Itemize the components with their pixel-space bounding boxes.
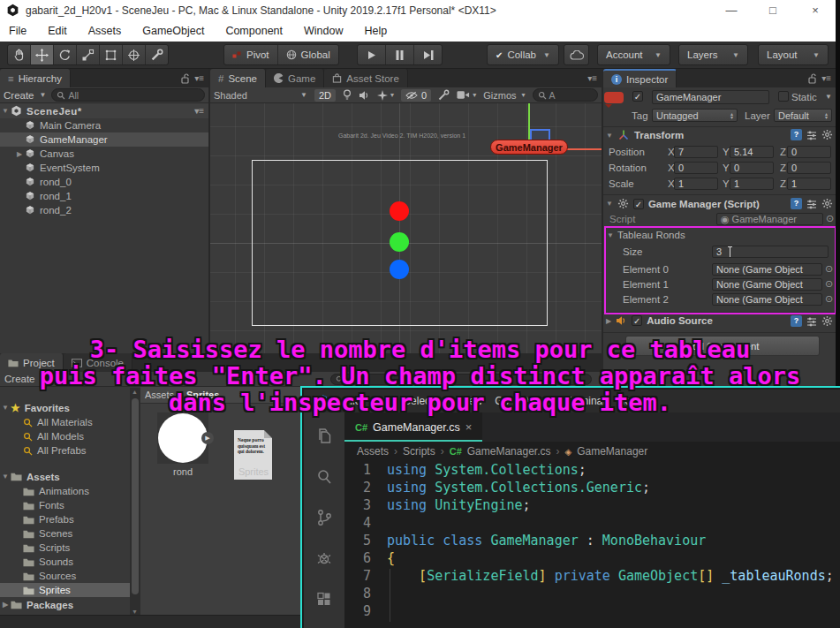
asset-label[interactable]: rond (157, 466, 208, 477)
pause-button[interactable] (386, 45, 414, 64)
close-tab-icon[interactable]: × (465, 420, 473, 434)
crumb-class[interactable]: GameManager (577, 445, 647, 458)
layer-dropdown[interactable]: Default▴▾ (774, 109, 832, 122)
component-tools-button[interactable] (438, 89, 450, 101)
hierarchy-item-eventsystem[interactable]: EventSystem (0, 161, 208, 175)
play-button[interactable] (358, 45, 386, 64)
folder-sprites[interactable]: Sprites (0, 583, 130, 597)
layout-dropdown[interactable]: Layout ▼ (758, 44, 829, 65)
presets-icon[interactable] (806, 316, 817, 327)
scale-z-field[interactable]: 1 (787, 178, 831, 190)
active-checkbox[interactable]: ✓ (632, 91, 643, 102)
2d-toggle[interactable]: 2D (314, 89, 336, 102)
panel-menu-icon[interactable]: ▾≡ (194, 106, 204, 116)
scale-x-field[interactable]: 1 (674, 178, 718, 190)
code-editor[interactable]: 1using System.Collections; 2using System… (344, 461, 840, 628)
menu-edit[interactable]: Edit (48, 25, 67, 37)
tab-inspector[interactable]: i Inspector (603, 69, 677, 87)
rect-tool-button[interactable] (100, 45, 123, 64)
static-dropdown-arrow[interactable]: ▼ (825, 93, 832, 101)
foldout-open-icon[interactable]: ▼ (0, 473, 11, 480)
scale-tool-button[interactable] (77, 45, 100, 64)
camera-settings-dropdown[interactable]: ▾ (457, 90, 476, 100)
audio-source-header[interactable]: ▶ ✓ Audio Source (606, 315, 713, 326)
folder-fonts[interactable]: Fonts (0, 498, 130, 512)
folder-sounds[interactable]: Sounds (0, 555, 130, 569)
tab-console[interactable]: Console (64, 353, 132, 372)
folder-sources[interactable]: Sources (0, 569, 130, 583)
script-component-header[interactable]: ▼ ✓ Game Manager (Script) (606, 198, 760, 209)
gizmos-dropdown[interactable]: Gizmos▾ (483, 90, 525, 101)
scroll-down-icon[interactable]: ▼ (132, 609, 138, 615)
transform-header[interactable]: ▼ Transform (606, 129, 684, 141)
menu-component[interactable]: Component (225, 25, 283, 37)
folder-scenes[interactable]: Scenes (0, 526, 130, 541)
hierarchy-create-button[interactable]: Create▼ (4, 90, 46, 101)
hierarchy-item-main-camera[interactable]: Main Camera (0, 118, 208, 132)
add-component-button[interactable]: Add Component (625, 336, 820, 356)
asset-label[interactable]: Sprites (228, 466, 279, 477)
vscode-menu-terminal[interactable]: Terminal (565, 395, 605, 407)
presets-icon[interactable] (806, 199, 817, 209)
scale-y-field[interactable]: 1 (730, 178, 774, 190)
foldout-open-icon[interactable]: ▼ (606, 132, 613, 140)
hierarchy-item-rond-1[interactable]: rond_1 (0, 189, 208, 203)
debug-icon[interactable] (314, 549, 334, 568)
menu-assets[interactable]: Assets (88, 25, 122, 37)
static-checkbox[interactable] (778, 91, 789, 102)
rotation-x-field[interactable]: 0 (674, 162, 718, 174)
favorite-all-prefabs[interactable]: All Prefabs (0, 443, 130, 458)
custom-tool-button[interactable] (146, 45, 168, 64)
folder-animations[interactable]: Animations (0, 484, 130, 498)
folder-prefabs[interactable]: Prefabs (0, 512, 130, 526)
panel-menu-icon[interactable]: ▾≡ (821, 73, 831, 83)
rotation-z-field[interactable]: 0 (787, 162, 831, 174)
script-field[interactable]: ◉ GameManager (716, 213, 823, 225)
menu-gameobject[interactable]: GameObject (142, 25, 204, 37)
lighting-toggle[interactable] (343, 89, 352, 101)
tab-game[interactable]: Game (266, 69, 324, 87)
red-circle-sprite[interactable] (390, 201, 409, 221)
hierarchy-item-canvas[interactable]: ▶ Canvas (0, 147, 208, 161)
component-enabled-checkbox[interactable]: ✓ (632, 315, 642, 326)
menu-window[interactable]: Window (304, 25, 343, 37)
position-x-field[interactable]: 7 (674, 146, 718, 158)
scene-viewport[interactable]: Gabarit 2d. Jeu Video 2. TIM H2020, vers… (210, 103, 602, 353)
gear-icon[interactable] (821, 198, 833, 209)
maximize-button[interactable]: □ (758, 0, 788, 20)
foldout-closed-icon[interactable]: ▶ (606, 317, 611, 325)
scrollbar-thumb[interactable] (132, 398, 139, 594)
move-tool-button[interactable] (31, 45, 54, 64)
minimize-button[interactable]: — (716, 0, 746, 20)
rotation-y-field[interactable]: 0 (730, 162, 774, 174)
shading-mode-dropdown[interactable]: Shaded▼ (214, 90, 307, 101)
asset-rond-thumbnail[interactable]: ▶ (157, 412, 208, 464)
cloud-button[interactable] (564, 44, 589, 65)
scene-search-input[interactable]: A (533, 88, 598, 102)
object-picker-icon[interactable]: ⊙ (826, 213, 834, 224)
foldout-closed-icon[interactable]: ▶ (14, 150, 25, 158)
favorite-all-models[interactable]: All Models (0, 429, 130, 443)
tab-scene[interactable]: # Scene (210, 69, 266, 87)
help-icon[interactable]: ? (791, 198, 802, 209)
tab-project[interactable]: Project (0, 353, 64, 372)
layers-dropdown[interactable]: Layers ▼ (678, 44, 748, 65)
tab-gamemanager-cs[interactable]: C# GameManager.cs × (344, 412, 483, 442)
hierarchy-search-input[interactable]: All (51, 88, 205, 102)
lock-icon[interactable] (181, 73, 190, 84)
folder-scripts[interactable]: Scripts (0, 541, 130, 555)
gameobject-icon[interactable] (604, 92, 624, 103)
transform-tool-button[interactable] (123, 45, 146, 64)
name-field[interactable]: GameManager (652, 90, 769, 104)
gear-icon[interactable] (821, 129, 833, 140)
foldout-closed-icon[interactable]: ▶ (0, 601, 11, 609)
assets-root-row[interactable]: ▼ Assets (0, 469, 130, 484)
global-toggle[interactable]: Global (278, 45, 338, 64)
account-dropdown[interactable]: Account ▼ (597, 44, 670, 65)
presets-icon[interactable] (806, 130, 817, 140)
hierarchy-item-gamemanager[interactable]: GameManager (0, 132, 208, 147)
help-icon[interactable]: ? (791, 315, 802, 327)
source-control-icon[interactable] (315, 508, 333, 527)
crumb-scripts[interactable]: Scripts (403, 445, 435, 458)
vscode-menu-selection[interactable]: Selection (404, 395, 447, 407)
